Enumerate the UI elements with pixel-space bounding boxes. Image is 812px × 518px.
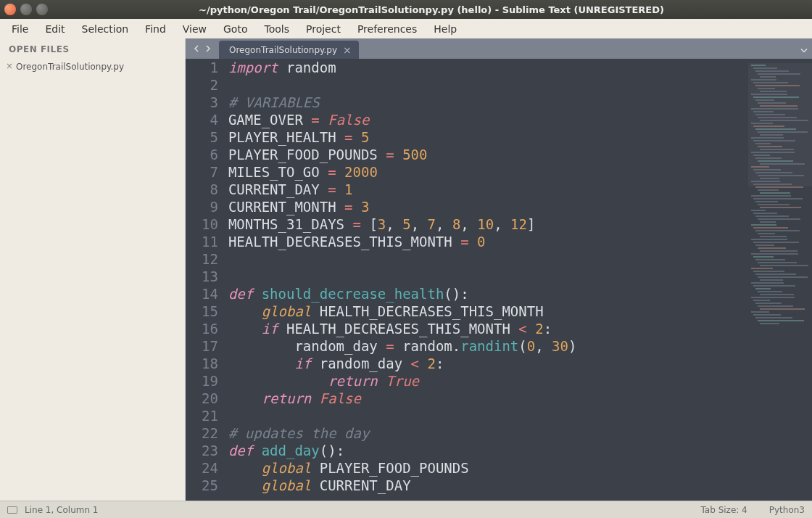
tab-close-icon[interactable]: × — [343, 45, 352, 55]
menu-preferences[interactable]: Preferences — [350, 21, 424, 37]
menu-view[interactable]: View — [175, 21, 214, 37]
tab-nav-arrows[interactable] — [186, 38, 219, 59]
code-line[interactable]: global HEALTH_DECREASES_THIS_MONTH — [228, 303, 748, 320]
minimap[interactable] — [748, 59, 812, 501]
code-line[interactable]: def should_decrease_health(): — [228, 285, 748, 303]
code-line[interactable]: if random_day < 2: — [228, 355, 748, 372]
tab-overflow-icon[interactable] — [800, 42, 808, 56]
status-tab-size[interactable]: Tab Size: 4 — [701, 505, 747, 515]
code-line[interactable]: # updates the day — [228, 424, 748, 442]
code-line[interactable]: return True — [228, 372, 748, 390]
tab-active[interactable]: OregonTrailSolutionpy.py × — [219, 41, 359, 59]
menu-find[interactable]: Find — [138, 21, 173, 37]
sidebar: OPEN FILES OregonTrailSolutionpy.py — [0, 38, 186, 501]
code-line[interactable]: PLAYER_FOOD_POUNDS = 500 — [228, 146, 748, 163]
menu-tools[interactable]: Tools — [257, 21, 297, 37]
window-minimize-button[interactable] — [20, 4, 32, 15]
menu-file[interactable]: File — [4, 21, 36, 37]
code-line[interactable]: if HEALTH_DECREASES_THIS_MONTH < 2: — [228, 320, 748, 337]
statusbar: Line 1, Column 1 Tab Size: 4 Python3 — [0, 501, 812, 518]
code-line[interactable]: global PLAYER_FOOD_POUNDS — [228, 459, 748, 477]
panel-toggle-icon[interactable] — [7, 506, 17, 514]
code-line[interactable]: random_day = random.randint(0, 30) — [228, 337, 748, 355]
menu-project[interactable]: Project — [299, 21, 348, 37]
code-line[interactable]: return False — [228, 390, 748, 407]
menubar: File Edit Selection Find View Goto Tools… — [0, 19, 812, 38]
sidebar-open-files-header: OPEN FILES — [0, 38, 185, 60]
menu-edit[interactable]: Edit — [38, 21, 72, 37]
menu-goto[interactable]: Goto — [216, 21, 254, 37]
code-line[interactable] — [228, 250, 748, 268]
status-cursor-position[interactable]: Line 1, Column 1 — [25, 505, 99, 515]
tab-forward-icon — [204, 45, 212, 52]
code-line[interactable]: import random — [228, 59, 748, 76]
tabstrip: OregonTrailSolutionpy.py × — [186, 38, 812, 59]
code-line[interactable]: HEALTH_DECREASES_THIS_MONTH = 0 — [228, 233, 748, 250]
code-line[interactable] — [228, 268, 748, 285]
window-close-button[interactable] — [4, 4, 16, 15]
window-maximize-button[interactable] — [36, 4, 48, 15]
tab-label: OregonTrailSolutionpy.py — [229, 45, 337, 55]
window-title: ~/python/Oregon Trail/OregonTrailSolutio… — [55, 4, 808, 15]
code-line[interactable]: CURRENT_DAY = 1 — [228, 181, 748, 198]
code-line[interactable] — [228, 76, 748, 94]
tab-back-icon — [193, 45, 200, 52]
code-line[interactable]: global CURRENT_DAY — [228, 477, 748, 494]
code-editor[interactable]: import random # VARIABLESGAME_OVER = Fal… — [228, 59, 748, 501]
code-line[interactable]: MILES_TO_GO = 2000 — [228, 163, 748, 181]
code-line[interactable]: # VARIABLES — [228, 94, 748, 111]
status-syntax[interactable]: Python3 — [769, 505, 805, 515]
open-file-item[interactable]: OregonTrailSolutionpy.py — [0, 60, 185, 73]
menu-help[interactable]: Help — [426, 21, 464, 37]
code-line[interactable]: def add_day(): — [228, 442, 748, 459]
code-line[interactable]: MONTHS_31_DAYS = [3, 5, 7, 8, 10, 12] — [228, 215, 748, 233]
code-line[interactable]: GAME_OVER = False — [228, 111, 748, 128]
window-titlebar: ~/python/Oregon Trail/OregonTrailSolutio… — [0, 0, 812, 19]
code-line[interactable] — [228, 407, 748, 424]
code-line[interactable]: PLAYER_HEALTH = 5 — [228, 128, 748, 146]
line-number-gutter: 1234567891011121314151617181920212223242… — [186, 59, 228, 501]
menu-selection[interactable]: Selection — [75, 21, 136, 37]
code-line[interactable]: CURRENT_MONTH = 3 — [228, 198, 748, 215]
